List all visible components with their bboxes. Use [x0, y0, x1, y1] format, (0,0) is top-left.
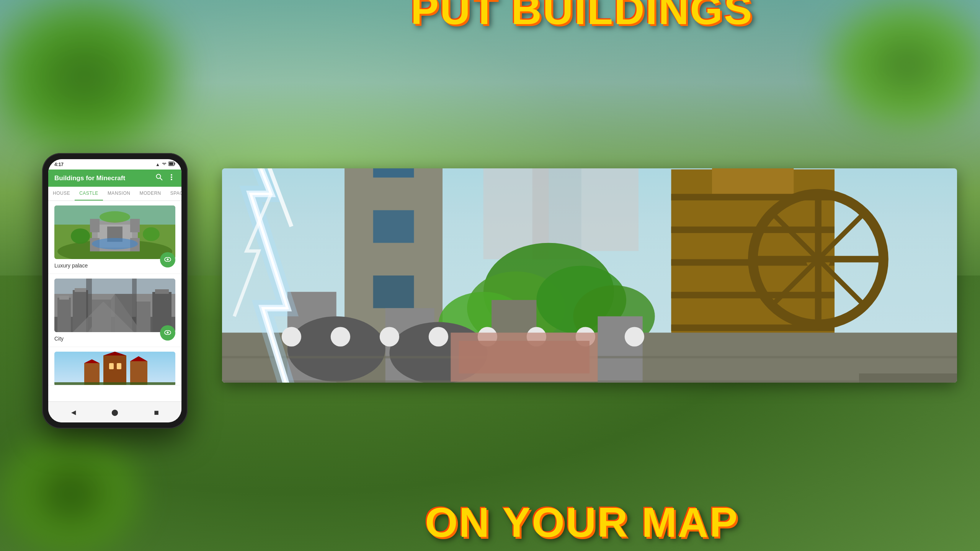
svg-point-3 — [157, 174, 161, 179]
item-name-city: City — [54, 336, 64, 342]
phone-screen: 4:17 ▲ — [48, 159, 181, 422]
svg-rect-71 — [373, 276, 414, 308]
list-content: Luxury palace — [48, 201, 181, 401]
svg-point-105 — [429, 327, 448, 346]
svg-point-41 — [167, 332, 169, 334]
list-item: City — [48, 274, 181, 347]
svg-rect-69 — [373, 168, 414, 178]
svg-rect-94 — [598, 316, 642, 383]
svg-point-20 — [143, 227, 160, 241]
back-button[interactable]: ◀ — [68, 406, 79, 418]
recent-button[interactable]: ◼ — [150, 406, 162, 418]
svg-point-7 — [171, 179, 172, 180]
home-button[interactable]: ⬤ — [109, 406, 121, 418]
svg-rect-44 — [103, 355, 126, 385]
tab-house[interactable]: HOUSE — [48, 187, 75, 201]
svg-rect-75 — [671, 227, 835, 233]
tabs-bar: HOUSE CASTLE MANSION MODERN SPACE T — [48, 187, 181, 201]
svg-rect-58 — [581, 168, 639, 251]
svg-point-21 — [100, 211, 130, 223]
app-title: Buildings for Minecraft — [54, 174, 125, 182]
item-thumbnail-luxury-palace — [54, 205, 175, 259]
more-icon[interactable] — [168, 173, 175, 183]
tab-mansion[interactable]: MANSION — [103, 187, 135, 201]
eye-icon — [164, 256, 171, 263]
minecraft-image-section — [222, 15, 957, 536]
svg-point-102 — [282, 327, 301, 346]
status-time: 4:17 — [54, 162, 64, 167]
phone-mockup: 4:17 ▲ — [42, 153, 188, 429]
app-header: Buildings for Minecraft — [48, 170, 181, 187]
nav-bar: ◀ ⬤ ◼ — [48, 401, 181, 422]
svg-rect-13 — [90, 219, 100, 232]
svg-rect-73 — [712, 168, 794, 194]
status-icons: ▲ — [155, 161, 175, 167]
main-content: 4:17 ▲ — [0, 0, 980, 551]
svg-rect-111 — [459, 341, 590, 373]
tab-space[interactable]: SPACE — [166, 187, 181, 201]
svg-rect-2 — [169, 163, 173, 165]
svg-point-18 — [92, 238, 138, 249]
phone-section: 4:17 ▲ — [23, 122, 207, 429]
svg-point-95 — [287, 316, 385, 382]
heading-put-buildings: PUT BUILDINGS — [184, 0, 980, 31]
svg-line-4 — [160, 178, 162, 180]
status-bar: 4:17 ▲ — [48, 159, 181, 170]
svg-point-6 — [171, 176, 172, 178]
eye-button-city[interactable] — [160, 325, 175, 341]
svg-rect-30 — [75, 288, 86, 292]
svg-rect-70 — [373, 210, 414, 243]
svg-point-104 — [380, 327, 399, 346]
item-name-luxury-palace: Luxury palace — [54, 262, 88, 269]
eye-button-luxury-palace[interactable] — [160, 252, 175, 267]
svg-rect-51 — [117, 363, 121, 369]
svg-rect-77 — [671, 292, 835, 298]
svg-point-23 — [167, 259, 169, 261]
status-signal-icon: ▲ — [155, 162, 160, 167]
search-icon[interactable] — [155, 173, 163, 183]
svg-rect-28 — [59, 296, 69, 300]
list-item: Luxury palace — [48, 201, 181, 274]
svg-rect-27 — [57, 298, 71, 332]
svg-rect-46 — [84, 363, 100, 385]
list-item — [48, 347, 181, 385]
heading-on-your-map: ON YOUR MAP — [184, 501, 980, 543]
tab-castle[interactable]: CASTLE — [75, 187, 103, 201]
svg-rect-52 — [54, 382, 175, 385]
svg-point-103 — [331, 327, 350, 346]
svg-rect-48 — [130, 361, 147, 385]
svg-rect-113 — [859, 373, 957, 383]
svg-rect-35 — [155, 289, 169, 294]
svg-rect-1 — [175, 163, 175, 165]
svg-point-19 — [71, 228, 90, 244]
svg-point-5 — [171, 174, 172, 176]
header-icons — [155, 173, 175, 183]
item-thumbnail-medieval — [54, 352, 175, 385]
item-thumbnail-city — [54, 279, 175, 332]
tab-modern[interactable]: MODERN — [135, 187, 165, 201]
status-wifi-icon — [162, 161, 167, 167]
svg-rect-14 — [130, 219, 140, 232]
status-battery-icon — [168, 161, 175, 167]
svg-point-109 — [625, 327, 644, 346]
minecraft-screenshot — [222, 168, 957, 383]
svg-rect-50 — [109, 363, 114, 369]
eye-icon-2 — [164, 329, 171, 336]
